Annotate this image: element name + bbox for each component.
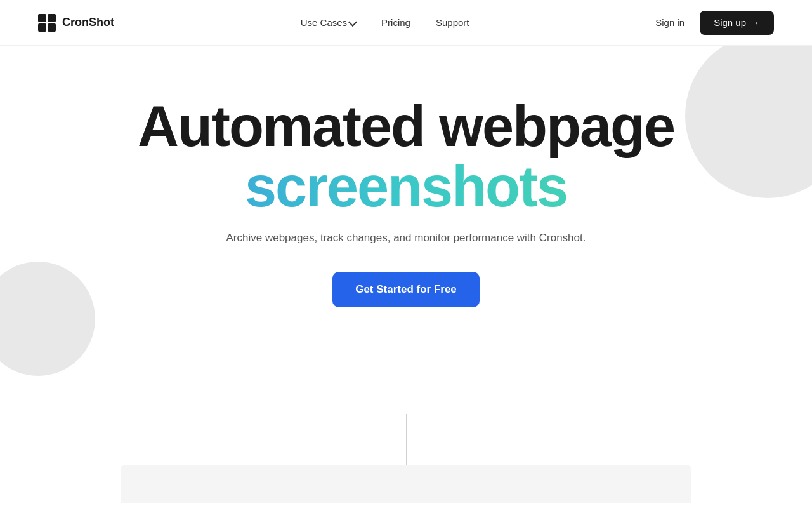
hero-subtitle: Archive webpages, track changes, and mon…: [38, 229, 774, 246]
arrow-right-icon: →: [750, 17, 760, 29]
screenshot-preview: [121, 465, 691, 503]
how-it-works-section: How CronShot works Enter your website an…: [0, 503, 812, 508]
cta-button[interactable]: Get Started for Free: [332, 272, 480, 307]
svg-rect-1: [48, 14, 56, 22]
nav-links: Use Cases Pricing Support: [301, 17, 469, 28]
nav-support[interactable]: Support: [436, 17, 469, 28]
sign-up-button[interactable]: Sign up →: [700, 11, 774, 35]
hero-title-line1: Automated webpage: [138, 95, 674, 158]
logo[interactable]: CronShot: [38, 14, 114, 32]
navbar: CronShot Use Cases Pricing Support Sign …: [0, 0, 812, 46]
brand-name: CronShot: [62, 16, 114, 29]
hero-title: Automated webpage screenshots: [38, 97, 774, 217]
svg-rect-0: [38, 14, 46, 22]
vertical-divider: [406, 414, 407, 465]
logo-icon: [38, 14, 56, 32]
sign-in-link[interactable]: Sign in: [655, 17, 684, 28]
svg-rect-2: [38, 23, 46, 32]
hero-section: Automated webpage screenshots Archive we…: [0, 46, 812, 401]
hero-content: Automated webpage screenshots Archive we…: [38, 97, 774, 307]
svg-rect-3: [48, 23, 56, 32]
preview-section: [0, 401, 812, 503]
nav-auth: Sign in Sign up →: [655, 11, 774, 35]
nav-pricing[interactable]: Pricing: [381, 17, 410, 28]
hero-title-line2: screenshots: [38, 157, 774, 217]
nav-use-cases[interactable]: Use Cases: [301, 17, 356, 28]
chevron-down-icon: [348, 17, 357, 26]
